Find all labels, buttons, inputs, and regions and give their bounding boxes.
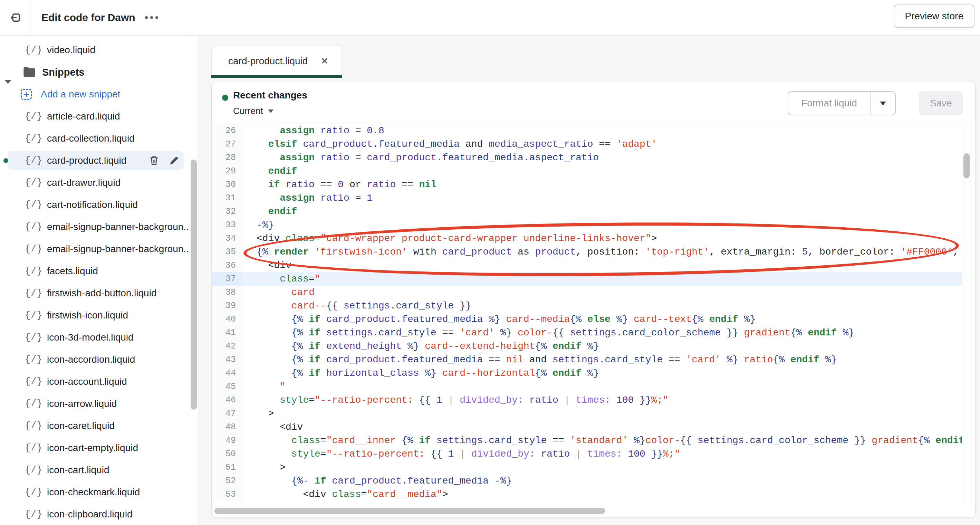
version-label: Current — [233, 106, 263, 116]
code-line-content[interactable]: {% if card_product.featured_media == nil… — [241, 353, 962, 366]
sidebar-item-firstwish-add-button-liquid[interactable]: {/}firstwish-add-button.liquid — [0, 282, 189, 304]
line-number: 51 — [212, 461, 241, 474]
code-line-content[interactable]: {% if settings.card_style == 'card' %} c… — [241, 326, 962, 339]
code-editor[interactable]: 26 assign ratio = 0.827 elsif card_produ… — [212, 124, 962, 503]
sidebar-item-cart-notification-liquid[interactable]: {/}cart-notification.liquid — [0, 194, 189, 216]
code-line-content[interactable]: endif — [241, 164, 962, 178]
tab-close-button[interactable]: ✕ — [320, 56, 328, 67]
code-line-content[interactable]: " — [241, 380, 962, 393]
code-line-47: 47 > — [212, 407, 962, 420]
code-line-content[interactable]: {% render 'firstwish-icon' with card_pro… — [241, 245, 962, 259]
version-dropdown[interactable]: Current — [233, 106, 274, 116]
code-line-content[interactable]: class=" — [241, 272, 962, 286]
code-line-content[interactable]: assign ratio = card_product.featured_med… — [241, 151, 962, 164]
code-line-42: 42 {% if extend_height %} card--extend-h… — [212, 339, 962, 353]
sidebar-item-icon-accordion-liquid[interactable]: {/}icon-accordion.liquid — [0, 348, 189, 371]
tab-card-product[interactable]: card-product.liquid ✕ — [212, 46, 342, 76]
code-line-content[interactable]: assign ratio = 0.8 — [241, 124, 962, 137]
sidebar-item-facets-liquid[interactable]: {/}facets.liquid — [0, 260, 189, 282]
file-name-label: email-signup-banner-backgroun... — [47, 243, 189, 255]
code-line-content[interactable]: style="--ratio-percent: {{ 1 | divided_b… — [241, 447, 962, 461]
editor-hscrollbar-track — [214, 508, 962, 515]
code-line-content[interactable]: {%- if card_product.featured_media -%} — [241, 474, 962, 488]
file-sidebar: {/}video.liquidSnippets+Add a new snippe… — [0, 36, 199, 525]
sidebar-item-card-product-liquid[interactable]: {/}card-product.liquid — [0, 150, 189, 172]
format-liquid-label: Format liquid — [788, 92, 870, 115]
code-line-content[interactable]: > — [241, 461, 962, 474]
file-name-label: card-product.liquid — [47, 155, 126, 166]
sidebar-item-icon-cart-empty-liquid[interactable]: {/}icon-cart-empty.liquid — [0, 437, 189, 459]
file-name-label: icon-cart.liquid — [47, 465, 110, 476]
sidebar-item-icon-checkmark-liquid[interactable]: {/}icon-checkmark.liquid — [0, 481, 189, 503]
code-line-40: 40 {% if card_product.featured_media %} … — [212, 313, 962, 326]
code-line-content[interactable]: if ratio == 0 or ratio == nil — [241, 178, 962, 191]
code-line-45: 45 " — [212, 380, 962, 393]
sidebar-item-cart-drawer-liquid[interactable]: {/}cart-drawer.liquid — [0, 172, 189, 194]
format-liquid-button[interactable]: Format liquid — [788, 91, 896, 115]
delete-file-button[interactable] — [148, 155, 159, 166]
code-file-icon: {/} — [25, 465, 40, 475]
sidebar-item-icon-clipboard-liquid[interactable]: {/}icon-clipboard.liquid — [0, 503, 189, 525]
code-line-37: 37 class=" — [212, 272, 962, 286]
code-line-31: 31 assign ratio = 1 — [212, 191, 962, 205]
code-line-content[interactable]: <div class="card-wrapper product-card-wr… — [241, 232, 962, 245]
rename-file-button[interactable] — [169, 155, 180, 166]
save-button[interactable]: Save — [919, 91, 963, 115]
sidebar-item-email-signup-banner-backgroun[interactable]: {/}email-signup-banner-backgroun... — [0, 216, 189, 238]
code-line-48: 48 <div — [212, 420, 962, 434]
code-line-content[interactable]: card — [241, 286, 962, 299]
code-line-content[interactable]: <div — [241, 420, 962, 434]
sidebar-item-firstwish-icon-liquid[interactable]: {/}firstwish-icon.liquid — [0, 304, 189, 326]
sidebar-item-icon-caret-liquid[interactable]: {/}icon-caret.liquid — [0, 415, 189, 437]
file-name-label: icon-clipboard.liquid — [47, 509, 132, 520]
code-line-content[interactable]: assign ratio = 1 — [241, 191, 962, 205]
code-line-49: 49 class="card__inner {% if settings.car… — [212, 434, 962, 447]
editor-vscrollbar-thumb[interactable] — [963, 153, 970, 178]
code-line-content[interactable]: <div — [241, 259, 962, 272]
code-file-icon: {/} — [25, 310, 40, 321]
code-line-content[interactable]: {% if horizontal_class %} card--horizont… — [241, 366, 962, 380]
code-line-content[interactable]: card--{{ settings.card_style }} — [241, 299, 962, 313]
sidebar-item-add-a-new-snippet[interactable]: +Add a new snippet — [0, 83, 189, 105]
dot-icon — [145, 16, 148, 19]
code-line-content[interactable]: -%} — [241, 218, 962, 232]
code-line-33: 33-%} — [212, 218, 962, 232]
exit-editor-button[interactable] — [0, 0, 30, 35]
code-line-content[interactable]: {% if extend_height %} card--extend-heig… — [241, 339, 962, 353]
editor-hscrollbar-thumb[interactable] — [215, 508, 605, 514]
code-line-content[interactable]: <div class="card__media"> — [241, 488, 962, 501]
file-name-label: cart-drawer.liquid — [47, 177, 121, 188]
code-line-content[interactable]: style="--ratio-percent: {{ 1 | divided_b… — [241, 393, 962, 407]
code-line-content[interactable]: > — [241, 407, 962, 420]
code-line-content[interactable]: endif — [241, 205, 962, 218]
status-dot-icon — [222, 95, 228, 101]
top-bar: Edit code for Dawn Preview store — [0, 0, 980, 36]
sidebar-item-card-collection-liquid[interactable]: {/}card-collection.liquid — [0, 127, 189, 150]
sidebar-scrollbar-thumb[interactable] — [191, 159, 197, 410]
format-options-caret-button[interactable] — [870, 92, 895, 115]
code-file-icon: {/} — [25, 222, 40, 232]
sidebar-item-icon-cart-liquid[interactable]: {/}icon-cart.liquid — [0, 459, 189, 481]
line-number: 32 — [212, 205, 241, 218]
code-editor-window: Edit code for Dawn Preview store {/}vide… — [0, 0, 980, 525]
sidebar-scrollbar-track — [189, 36, 199, 525]
file-name-label: Add a new snippet — [41, 89, 120, 100]
sidebar-item-video-liquid[interactable]: {/}video.liquid — [0, 39, 189, 61]
line-number: 41 — [212, 326, 241, 339]
sidebar-item-icon-3d-model-liquid[interactable]: {/}icon-3d-model.liquid — [0, 326, 189, 348]
code-line-content[interactable]: class="card__inner {% if settings.card_s… — [241, 434, 962, 447]
code-line-29: 29 endif — [212, 164, 962, 178]
editor-vscrollbar-track — [962, 124, 971, 503]
sidebar-item-email-signup-banner-backgroun[interactable]: {/}email-signup-banner-backgroun... — [0, 238, 189, 260]
code-line-content[interactable]: elsif card_product.featured_media and me… — [241, 137, 962, 151]
sidebar-item-snippets[interactable]: Snippets — [0, 61, 189, 83]
code-line-46: 46 style="--ratio-percent: {{ 1 | divide… — [212, 393, 962, 407]
sidebar-item-icon-account-liquid[interactable]: {/}icon-account.liquid — [0, 371, 189, 393]
code-file-icon: {/} — [25, 178, 40, 188]
file-name-label: card-collection.liquid — [47, 133, 135, 144]
preview-store-button[interactable]: Preview store — [894, 5, 974, 28]
sidebar-item-icon-arrow-liquid[interactable]: {/}icon-arrow.liquid — [0, 393, 189, 415]
overflow-menu-button[interactable] — [145, 0, 158, 35]
code-line-content[interactable]: {% if card_product.featured_media %} car… — [241, 313, 962, 326]
sidebar-item-article-card-liquid[interactable]: {/}article-card.liquid — [0, 105, 189, 127]
